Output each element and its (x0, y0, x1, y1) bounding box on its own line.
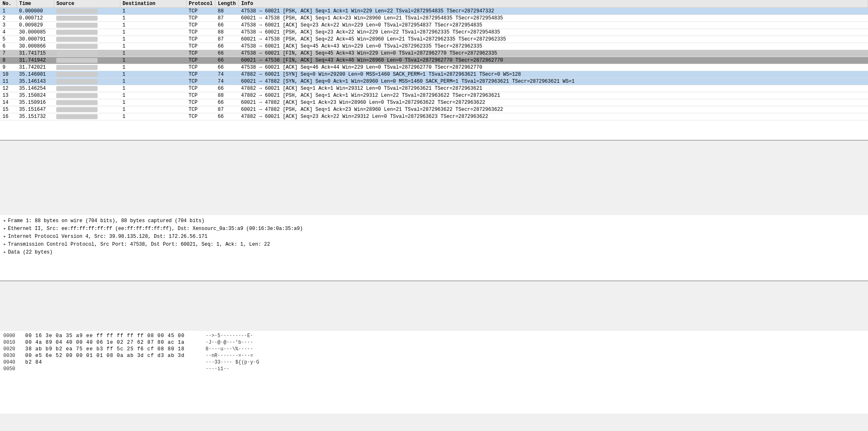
cell-info: 47538 → 60021 [ACK] Seq=45 Ack=43 Win=22… (239, 43, 868, 50)
hex-bytes: 38 ab b9 b2 ea 75 ee b3 ff 5c 25 f6 cf 0… (25, 346, 199, 352)
cell-info: 47538 → 60021 [FIN, ACK] Seq=45 Ack=43 W… (239, 50, 868, 57)
cell-info: 47538 → 60021 [ACK] Seq=46 Ack=44 Win=22… (239, 64, 868, 71)
cell-destination: 1 (120, 29, 186, 36)
cell-length: 88 (215, 8, 239, 15)
hex-bytes: 00 16 3e 0a 35 a9 ee ff ff ff ff ff 08 0… (25, 333, 199, 339)
hex-offset: 0010 (3, 340, 22, 345)
table-row[interactable]: 30.009829 1TCP6647538 → 60021 [ACK] Seq=… (0, 22, 868, 29)
cell-source (54, 106, 120, 113)
cell-info: 47538 → 60021 [PSH, ACK] Seq=1 Ack=1 Win… (239, 8, 868, 15)
cell-destination: 1 (120, 50, 186, 57)
hex-bytes: 00 e5 6e 52 00 00 01 01 08 0a ab 3d cf d… (25, 353, 199, 359)
hex-row: 001000 4a 89 04 40 00 40 06 1e 02 27 62 … (3, 339, 865, 346)
table-row[interactable]: 1135.146143 1TCP7460021 → 47882 [SYN, AC… (0, 78, 868, 85)
cell-protocol: TCP (186, 78, 215, 85)
cell-no: 1 (0, 8, 17, 15)
cell-source (54, 71, 120, 78)
cell-length: 74 (215, 78, 239, 85)
table-row[interactable]: 430.000085 1TCP8847538 → 60021 [PSH, ACK… (0, 29, 868, 36)
table-row[interactable]: 530.000791 1TCP8760021 → 47538 [PSH, ACK… (0, 36, 868, 43)
cell-no: 2 (0, 15, 17, 22)
cell-time: 31.742021 (17, 64, 54, 71)
cell-destination: 1 (120, 106, 186, 113)
cell-length: 87 (215, 106, 239, 113)
cell-destination: 1 (120, 78, 186, 85)
expand-arrow-icon[interactable]: ▸ (3, 241, 6, 247)
detail-row[interactable]: ▸Data (22 bytes) (3, 248, 865, 256)
table-row[interactable]: 10.000000 1TCP8847538 → 60021 [PSH, ACK]… (0, 8, 868, 15)
hex-ascii: ·J··@·@···'b···· (206, 340, 253, 345)
cell-time: 35.151732 (17, 113, 54, 120)
table-header: No. Time Source Destination Protocol Len… (0, 0, 868, 8)
table-row[interactable]: 1235.146254 1TCP6647882 → 60021 [ACK] Se… (0, 85, 868, 92)
hex-panel[interactable]: 000000 16 3e 0a 35 a9 ee ff ff ff ff ff … (0, 331, 868, 414)
hex-bytes: b2 84 (25, 359, 199, 365)
detail-text: Data (22 bytes) (8, 249, 53, 255)
table-row[interactable]: 1335.150824 1TCP8847882 → 60021 [PSH, AC… (0, 92, 868, 99)
cell-protocol: TCP (186, 71, 215, 78)
hex-ascii: ···33···· ${(p·y·G (206, 359, 259, 365)
table-row[interactable]: 731.741715 1TCP6647538 → 60021 [FIN, ACK… (0, 50, 868, 57)
hex-row: 003000 e5 6e 52 00 00 01 01 08 0a ab 3d … (3, 352, 865, 359)
expand-arrow-icon[interactable]: ▸ (3, 233, 6, 239)
cell-time: 35.146001 (17, 71, 54, 78)
cell-time: 31.741715 (17, 50, 54, 57)
cell-info: 60021 → 47538 [FIN, ACK] Seq=43 Ack=46 W… (239, 57, 868, 64)
packet-table: No. Time Source Destination Protocol Len… (0, 0, 868, 120)
table-row[interactable]: 1035.146001 1TCP7447882 → 60021 [SYN] Se… (0, 71, 868, 78)
cell-protocol: TCP (186, 50, 215, 57)
cell-time: 30.000085 (17, 29, 54, 36)
detail-row[interactable]: ▸Transmission Control Protocol, Src Port… (3, 240, 865, 248)
bottom-spacer (0, 281, 868, 331)
expand-arrow-icon[interactable]: ▸ (3, 218, 6, 224)
cell-protocol: TCP (186, 85, 215, 92)
cell-time: 35.150824 (17, 92, 54, 99)
cell-protocol: TCP (186, 64, 215, 71)
cell-no: 14 (0, 99, 17, 106)
table-row[interactable]: 1635.151732 1TCP6647882 → 60021 [ACK] Se… (0, 113, 868, 120)
cell-no: 11 (0, 78, 17, 85)
table-row[interactable]: 1535.151647 1TCP8760021 → 47882 [PSH, AC… (0, 106, 868, 113)
cell-destination: 1 (120, 64, 186, 71)
cell-destination: 1 (120, 22, 186, 29)
cell-protocol: TCP (186, 22, 215, 29)
col-header-source: Source (54, 0, 120, 8)
cell-destination: 1 (120, 113, 186, 120)
detail-panel[interactable]: ▸Frame 1: 88 bytes on wire (704 bits), 8… (0, 215, 868, 281)
table-row[interactable]: 20.000712 1TCP8760021 → 47538 [PSH, ACK]… (0, 15, 868, 22)
table-row[interactable]: 831.741942 1TCP6660021 → 47538 [FIN, ACK… (0, 57, 868, 64)
table-row[interactable]: 1435.150916 1TCP6660021 → 47882 [ACK] Se… (0, 99, 868, 106)
cell-source (54, 15, 120, 22)
table-row[interactable]: 630.000866 1TCP6647538 → 60021 [ACK] Seq… (0, 43, 868, 50)
cell-no: 7 (0, 50, 17, 57)
cell-length: 87 (215, 36, 239, 43)
cell-destination: 1 (120, 15, 186, 22)
cell-time: 35.150916 (17, 99, 54, 106)
cell-protocol: TCP (186, 99, 215, 106)
detail-row[interactable]: ▸Ethernet II, Src: ee:ff:ff:ff:ff:ff (ee… (3, 225, 865, 232)
cell-info: 60021 → 47882 [PSH, ACK] Seq=1 Ack=23 Wi… (239, 106, 868, 113)
cell-length: 66 (215, 43, 239, 50)
cell-no: 8 (0, 57, 17, 64)
cell-destination: 1 (120, 92, 186, 99)
cell-protocol: TCP (186, 106, 215, 113)
cell-info: 60021 → 47538 [PSH, ACK] Seq=1 Ack=23 Wi… (239, 15, 868, 22)
hex-ascii: ··nR·······=···= (206, 353, 253, 359)
hex-row: 000000 16 3e 0a 35 a9 ee ff ff ff ff ff … (3, 333, 865, 339)
cell-source (54, 92, 120, 99)
expand-arrow-icon[interactable]: ▸ (3, 225, 6, 232)
table-row[interactable]: 931.742021 1TCP6647538 → 60021 [ACK] Seq… (0, 64, 868, 71)
cell-protocol: TCP (186, 29, 215, 36)
cell-protocol: TCP (186, 36, 215, 43)
detail-row[interactable]: ▸Frame 1: 88 bytes on wire (704 bits), 8… (3, 217, 865, 225)
col-header-no: No. (0, 0, 17, 8)
cell-length: 74 (215, 71, 239, 78)
cell-destination: 1 (120, 99, 186, 106)
cell-no: 15 (0, 106, 17, 113)
packet-list-panel[interactable]: No. Time Source Destination Protocol Len… (0, 0, 868, 141)
detail-row[interactable]: ▸Internet Protocol Version 4, Src: 39.98… (3, 232, 865, 240)
cell-no: 12 (0, 85, 17, 92)
hex-offset: 0050 (3, 366, 22, 372)
expand-arrow-icon[interactable]: ▸ (3, 249, 6, 255)
cell-length: 87 (215, 15, 239, 22)
